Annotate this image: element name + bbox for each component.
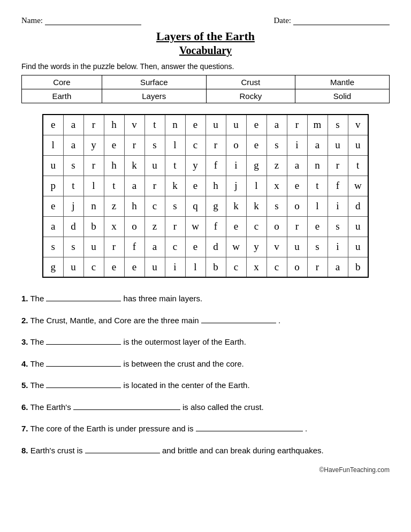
grid-cell: c	[185, 135, 206, 155]
grid-cell: t	[307, 176, 328, 196]
question-item: 5. The is located in the center of the E…	[21, 379, 390, 392]
vocab-cell: Mantle	[295, 75, 390, 89]
grid-cell: r	[206, 135, 226, 155]
answer-blank[interactable]	[73, 401, 180, 410]
date-label: Date:	[274, 16, 291, 25]
answer-blank[interactable]	[46, 336, 121, 345]
grid-cell: o	[124, 216, 144, 237]
grid-cell: g	[246, 155, 267, 176]
grid-cell: b	[348, 257, 368, 277]
vocab-cell: Surface	[102, 75, 206, 89]
grid-cell: y	[246, 237, 267, 257]
date-input[interactable]	[293, 17, 390, 25]
grid-cell: j	[226, 176, 246, 196]
grid-cell: r	[124, 135, 144, 155]
grid-cell: t	[63, 176, 83, 196]
grid-cell: e	[43, 115, 63, 135]
date-field: Date:	[274, 16, 390, 25]
grid-cell: e	[104, 257, 124, 277]
grid-cell: a	[328, 257, 348, 277]
grid-cell: c	[144, 196, 165, 216]
vocab-cell: Earth	[22, 89, 102, 103]
grid-cell: d	[63, 216, 83, 237]
answer-blank[interactable]	[201, 315, 276, 323]
grid-cell: x	[246, 257, 267, 277]
grid-cell: o	[267, 216, 287, 237]
grid-cell: f	[206, 216, 226, 237]
grid-cell: r	[287, 115, 307, 135]
name-field: Name:	[21, 16, 141, 25]
grid-cell: s	[267, 135, 287, 155]
grid-cell: u	[144, 155, 165, 176]
answer-blank[interactable]	[46, 293, 121, 301]
grid-cell: c	[226, 257, 246, 277]
grid-cell: r	[287, 216, 307, 237]
grid-cell: u	[43, 155, 63, 176]
grid-cell: k	[226, 196, 246, 216]
grid-cell: r	[83, 155, 104, 176]
grid-cell: c	[165, 237, 185, 257]
vocab-cell: Crust	[206, 75, 295, 89]
page-subtitle: Vocabulary	[21, 44, 390, 57]
question-item: 3. The is the outermost layer of the Ear…	[21, 336, 390, 348]
grid-cell: g	[43, 257, 63, 277]
grid-cell: n	[307, 155, 328, 176]
grid-cell: a	[307, 135, 328, 155]
grid-cell: f	[328, 176, 348, 196]
name-date-row: Name: Date:	[21, 16, 390, 25]
vocab-table: CoreSurfaceCrustMantleEarthLayersRockySo…	[21, 75, 390, 103]
question-item: 6. The Earth's is also called the crust.	[21, 401, 390, 414]
grid-cell: u	[348, 216, 368, 237]
grid-cell: e	[246, 115, 267, 135]
grid-cell: l	[185, 257, 206, 277]
grid-cell: a	[267, 115, 287, 135]
grid-cell: a	[63, 135, 83, 155]
grid-cell: k	[246, 196, 267, 216]
name-input[interactable]	[45, 17, 141, 25]
grid-cell: e	[246, 135, 267, 155]
page-title: Layers of the Earth	[21, 29, 390, 43]
grid-cell: u	[144, 257, 165, 277]
grid-cell: t	[165, 155, 185, 176]
grid-cell: e	[185, 237, 206, 257]
name-label: Name:	[21, 16, 43, 25]
grid-cell: x	[267, 176, 287, 196]
grid-cell: i	[165, 257, 185, 277]
grid-cell: s	[307, 237, 328, 257]
grid-cell: p	[43, 176, 63, 196]
grid-cell: l	[307, 196, 328, 216]
grid-cell: v	[124, 115, 144, 135]
grid-cell: v	[348, 115, 368, 135]
grid-cell: d	[206, 237, 226, 257]
grid-cell: r	[104, 237, 124, 257]
grid-cell: h	[124, 196, 144, 216]
answer-blank[interactable]	[196, 423, 303, 431]
grid-cell: d	[348, 196, 368, 216]
question-item: 4. The is between the crust and the core…	[21, 358, 390, 370]
grid-cell: m	[307, 115, 328, 135]
word-search-container: earhvtneuuearmsvlayerslcroesiauuusrhkuty…	[21, 114, 390, 278]
answer-blank[interactable]	[85, 445, 160, 453]
grid-cell: a	[63, 115, 83, 135]
grid-cell: i	[328, 237, 348, 257]
grid-cell: r	[307, 257, 328, 277]
answer-blank[interactable]	[46, 358, 121, 367]
grid-cell: f	[124, 237, 144, 257]
grid-cell: c	[83, 257, 104, 277]
vocab-cell: Rocky	[206, 89, 295, 103]
grid-cell: u	[63, 257, 83, 277]
grid-cell: v	[267, 237, 287, 257]
instructions: Find the words in the puzzle below. Then…	[21, 62, 390, 71]
grid-cell: e	[287, 176, 307, 196]
vocab-cell: Layers	[102, 89, 206, 103]
copyright: ©HaveFunTeaching.com	[21, 466, 390, 474]
grid-cell: i	[287, 135, 307, 155]
grid-cell: w	[226, 237, 246, 257]
grid-cell: s	[267, 196, 287, 216]
grid-cell: l	[246, 176, 267, 196]
answer-blank[interactable]	[46, 379, 121, 388]
grid-cell: a	[287, 155, 307, 176]
grid-cell: s	[63, 155, 83, 176]
grid-cell: r	[83, 115, 104, 135]
grid-cell: e	[307, 216, 328, 237]
